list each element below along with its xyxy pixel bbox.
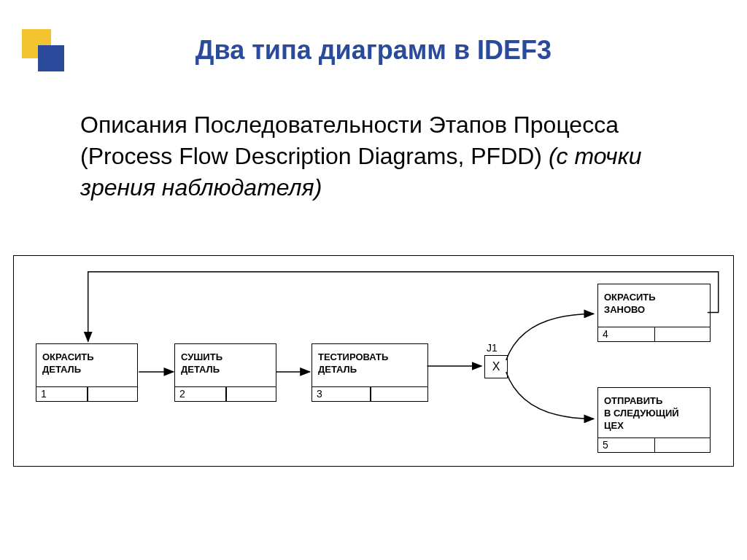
paragraph-main: Описания Последовательности Этапов Проце… <box>80 112 619 169</box>
box-label: ОТПРАВИТЬВ СЛЕДУЮЩИЙЦЕХ <box>604 395 679 432</box>
box-id: 4 <box>603 328 608 340</box>
box-label: ОКРАСИТЬДЕТАЛЬ <box>42 351 94 376</box>
process-box-4: ОКРАСИТЬЗАНОВО 4 <box>597 284 711 342</box>
process-box-1: ОКРАСИТЬДЕТАЛЬ 1 <box>36 343 138 402</box>
process-box-2: СУШИТЬДЕТАЛЬ 2 <box>174 343 276 402</box>
box-id: 3 <box>317 388 322 400</box>
box-id: 2 <box>179 388 185 400</box>
process-box-5: ОТПРАВИТЬВ СЛЕДУЮЩИЙЦЕХ 5 <box>597 387 711 453</box>
slide-title: Два типа диаграмм в IDEF3 <box>0 35 747 66</box>
diagram-frame: ОКРАСИТЬДЕТАЛЬ 1 СУШИТЬДЕТАЛЬ 2 ТЕСТИРОВ… <box>13 255 734 467</box>
box-id: 1 <box>41 388 47 400</box>
junction-label: J1 <box>487 342 498 354</box>
box-label: ТЕСТИРОВАТЬДЕТАЛЬ <box>318 351 388 376</box>
box-label: СУШИТЬДЕТАЛЬ <box>181 351 222 376</box>
box-label: ОКРАСИТЬЗАНОВО <box>604 292 656 316</box>
junction-box: X <box>484 355 508 378</box>
box-id: 5 <box>603 439 608 451</box>
process-box-3: ТЕСТИРОВАТЬДЕТАЛЬ 3 <box>311 343 428 402</box>
slide-paragraph: Описания Последовательности Этапов Проце… <box>80 109 678 204</box>
